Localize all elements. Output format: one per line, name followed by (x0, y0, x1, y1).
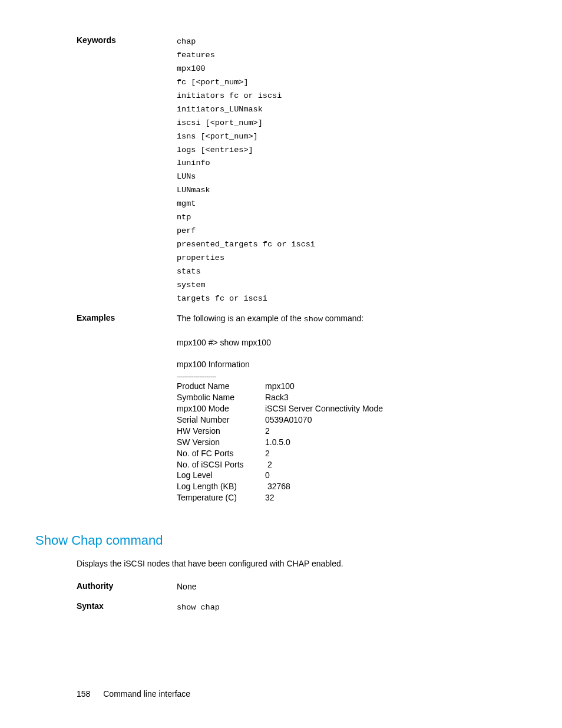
syntax-value: show chap (177, 601, 527, 615)
keyword-item: iscsi [<port_num>] (177, 117, 527, 130)
info-value: 2 (265, 426, 383, 437)
keyword-item: ntp (177, 211, 527, 225)
syntax-label: Syntax (35, 601, 177, 615)
info-label: Temperature (C) (177, 492, 265, 503)
keyword-item: logs [<entries>] (177, 144, 527, 157)
info-table: Product Name Symbolic Name mpx100 Mode S… (177, 381, 527, 503)
keyword-item: luninfo (177, 157, 527, 170)
info-value: 0539A01070 (265, 414, 383, 426)
examples-row: Examples The following is an example of … (35, 313, 527, 503)
keyword-item: perf (177, 225, 527, 238)
keyword-item: mpx100 (177, 62, 527, 76)
keyword-item: mgmt (177, 197, 527, 211)
page-footer: 158 Command line interface (77, 689, 190, 699)
examples-content: The following is an example of the show … (177, 313, 527, 503)
section-description: Displays the iSCSI nodes that have been … (35, 559, 527, 568)
info-label: No. of iSCSI Ports (177, 459, 265, 470)
info-labels-column: Product Name Symbolic Name mpx100 Mode S… (177, 381, 265, 503)
keyword-item: features (177, 49, 527, 62)
intro-post: command: (323, 314, 363, 323)
footer-title: Command line interface (103, 689, 190, 699)
keywords-label: Keywords (35, 35, 177, 306)
info-label: No. of FC Ports (177, 448, 265, 459)
info-value: 32 (265, 492, 383, 503)
keywords-list: chap features mpx100 fc [<port_num>] ini… (177, 35, 527, 306)
info-value: Rack3 (265, 392, 383, 403)
document-page: Keywords chap features mpx100 fc [<port_… (0, 0, 562, 728)
info-label: Log Length (KB) (177, 481, 265, 492)
intro-command: show (304, 315, 323, 324)
keyword-item: fc [<port_num>] (177, 76, 527, 90)
info-label: mpx100 Mode (177, 403, 265, 414)
keyword-item: targets fc or iscsi (177, 292, 527, 306)
info-label: Symbolic Name (177, 392, 265, 403)
intro-pre: The following is an example of the (177, 314, 304, 323)
keyword-item: LUNs (177, 170, 527, 184)
info-value: 32768 (265, 481, 383, 492)
info-label: Serial Number (177, 414, 265, 426)
info-value: iSCSI Server Connectivity Mode (265, 403, 383, 414)
keyword-item: properties (177, 252, 527, 265)
authority-value: None (177, 581, 527, 593)
keywords-row: Keywords chap features mpx100 fc [<port_… (35, 35, 527, 306)
keyword-item: stats (177, 265, 527, 279)
info-value: 0 (265, 470, 383, 481)
keyword-item: chap (177, 35, 527, 49)
syntax-row: Syntax show chap (35, 601, 527, 615)
info-value: 1.0.5.0 (265, 437, 383, 448)
keyword-item: initiators fc or iscsi (177, 90, 527, 103)
dash-separator: --------------------- (177, 372, 527, 381)
authority-label: Authority (35, 581, 177, 593)
example-command-line: mpx100 #> show mpx100 (177, 337, 527, 349)
section-heading: Show Chap command (35, 533, 527, 548)
info-label: HW Version (177, 426, 265, 437)
example-intro: The following is an example of the show … (177, 313, 527, 327)
authority-row: Authority None (35, 581, 527, 593)
keyword-item: isns [<port_num>] (177, 130, 527, 144)
examples-label: Examples (35, 313, 177, 503)
keyword-item: LUNmask (177, 184, 527, 197)
example-output-title: mpx100 Information (177, 359, 527, 371)
info-value: 2 (265, 459, 383, 470)
keyword-item: initiators_LUNmask (177, 103, 527, 117)
page-number: 158 (77, 689, 90, 699)
keyword-item: system (177, 279, 527, 292)
info-label: Log Level (177, 470, 265, 481)
info-value: mpx100 (265, 381, 383, 392)
keyword-item: presented_targets fc or iscsi (177, 238, 527, 252)
info-label: SW Version (177, 437, 265, 448)
info-label: Product Name (177, 381, 265, 392)
info-values-column: mpx100 Rack3 iSCSI Server Connectivity M… (265, 381, 383, 503)
info-value: 2 (265, 448, 383, 459)
